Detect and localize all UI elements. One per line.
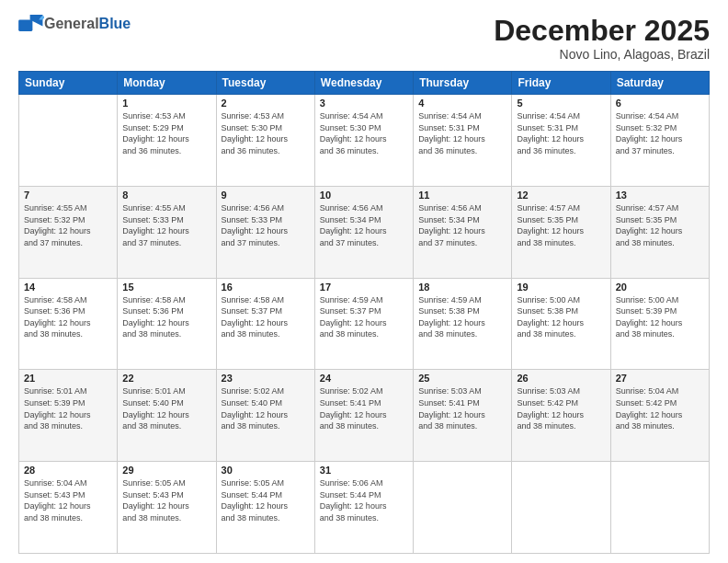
calendar-week-row: 14Sunrise: 4:58 AMSunset: 5:36 PMDayligh… bbox=[19, 278, 710, 370]
page-container: GeneralBlue December 2025 Novo Lino, Ala… bbox=[0, 0, 728, 563]
day-number: 18 bbox=[418, 282, 506, 293]
calendar-week-row: 1Sunrise: 4:53 AMSunset: 5:29 PMDaylight… bbox=[19, 95, 710, 187]
day-info: Sunrise: 4:54 AMSunset: 5:31 PMDaylight:… bbox=[517, 110, 605, 156]
day-info: Sunrise: 5:04 AMSunset: 5:42 PMDaylight:… bbox=[616, 385, 704, 431]
logo-general: General bbox=[44, 16, 99, 31]
day-number: 17 bbox=[320, 282, 408, 293]
day-info: Sunrise: 4:53 AMSunset: 5:30 PMDaylight:… bbox=[222, 110, 310, 156]
day-info: Sunrise: 5:05 AMSunset: 5:44 PMDaylight:… bbox=[222, 477, 310, 523]
day-number: 25 bbox=[418, 373, 506, 384]
logo: GeneralBlue bbox=[18, 15, 131, 33]
day-number: 16 bbox=[222, 282, 310, 293]
table-row: 17Sunrise: 4:59 AMSunset: 5:37 PMDayligh… bbox=[314, 278, 413, 370]
day-info: Sunrise: 5:00 AMSunset: 5:39 PMDaylight:… bbox=[616, 294, 704, 340]
table-row: 8Sunrise: 4:55 AMSunset: 5:33 PMDaylight… bbox=[118, 186, 216, 278]
day-info: Sunrise: 4:54 AMSunset: 5:31 PMDaylight:… bbox=[418, 110, 506, 156]
day-number: 29 bbox=[122, 465, 210, 476]
day-info: Sunrise: 5:06 AMSunset: 5:44 PMDaylight:… bbox=[320, 477, 408, 523]
day-number: 27 bbox=[616, 373, 704, 384]
day-number: 24 bbox=[320, 373, 408, 384]
table-row: 21Sunrise: 5:01 AMSunset: 5:39 PMDayligh… bbox=[19, 370, 118, 462]
table-row: 31Sunrise: 5:06 AMSunset: 5:44 PMDayligh… bbox=[314, 462, 413, 554]
day-number: 4 bbox=[418, 98, 506, 109]
table-row: 13Sunrise: 4:57 AMSunset: 5:35 PMDayligh… bbox=[610, 186, 709, 278]
col-thursday: Thursday bbox=[414, 72, 512, 95]
table-row: 2Sunrise: 4:53 AMSunset: 5:30 PMDaylight… bbox=[216, 95, 314, 187]
logo-blue: Blue bbox=[99, 16, 131, 31]
day-info: Sunrise: 4:53 AMSunset: 5:29 PMDaylight:… bbox=[122, 110, 210, 156]
day-info: Sunrise: 4:58 AMSunset: 5:36 PMDaylight:… bbox=[24, 294, 112, 340]
day-number: 31 bbox=[320, 465, 408, 476]
table-row: 11Sunrise: 4:56 AMSunset: 5:34 PMDayligh… bbox=[414, 186, 512, 278]
day-number: 6 bbox=[616, 98, 704, 109]
table-row: 6Sunrise: 4:54 AMSunset: 5:32 PMDaylight… bbox=[610, 95, 709, 187]
header: GeneralBlue December 2025 Novo Lino, Ala… bbox=[18, 15, 710, 62]
title-section: December 2025 Novo Lino, Alagoas, Brazil bbox=[494, 15, 710, 62]
day-info: Sunrise: 4:55 AMSunset: 5:33 PMDaylight:… bbox=[122, 202, 210, 248]
table-row: 25Sunrise: 5:03 AMSunset: 5:41 PMDayligh… bbox=[414, 370, 512, 462]
table-row bbox=[610, 462, 709, 554]
day-number: 20 bbox=[616, 282, 704, 293]
day-number: 23 bbox=[222, 373, 310, 384]
day-info: Sunrise: 5:04 AMSunset: 5:43 PMDaylight:… bbox=[24, 477, 112, 523]
day-number: 22 bbox=[122, 373, 210, 384]
day-info: Sunrise: 4:54 AMSunset: 5:32 PMDaylight:… bbox=[616, 110, 704, 156]
day-info: Sunrise: 5:05 AMSunset: 5:43 PMDaylight:… bbox=[122, 477, 210, 523]
table-row: 14Sunrise: 4:58 AMSunset: 5:36 PMDayligh… bbox=[19, 278, 118, 370]
table-row: 28Sunrise: 5:04 AMSunset: 5:43 PMDayligh… bbox=[19, 462, 118, 554]
calendar: Sunday Monday Tuesday Wednesday Thursday… bbox=[18, 71, 710, 554]
day-info: Sunrise: 4:59 AMSunset: 5:38 PMDaylight:… bbox=[418, 294, 506, 340]
table-row: 30Sunrise: 5:05 AMSunset: 5:44 PMDayligh… bbox=[216, 462, 314, 554]
table-row: 16Sunrise: 4:58 AMSunset: 5:37 PMDayligh… bbox=[216, 278, 314, 370]
table-row: 20Sunrise: 5:00 AMSunset: 5:39 PMDayligh… bbox=[610, 278, 709, 370]
day-number: 11 bbox=[418, 190, 506, 201]
col-wednesday: Wednesday bbox=[314, 72, 413, 95]
calendar-week-row: 7Sunrise: 4:55 AMSunset: 5:32 PMDaylight… bbox=[19, 186, 710, 278]
day-info: Sunrise: 4:58 AMSunset: 5:36 PMDaylight:… bbox=[122, 294, 210, 340]
day-info: Sunrise: 4:56 AMSunset: 5:34 PMDaylight:… bbox=[418, 202, 506, 248]
day-info: Sunrise: 5:01 AMSunset: 5:40 PMDaylight:… bbox=[122, 385, 210, 431]
day-number: 15 bbox=[122, 282, 210, 293]
table-row: 9Sunrise: 4:56 AMSunset: 5:33 PMDaylight… bbox=[216, 186, 314, 278]
day-number: 26 bbox=[517, 373, 605, 384]
table-row: 3Sunrise: 4:54 AMSunset: 5:30 PMDaylight… bbox=[314, 95, 413, 187]
day-info: Sunrise: 5:03 AMSunset: 5:42 PMDaylight:… bbox=[517, 385, 605, 431]
day-info: Sunrise: 4:54 AMSunset: 5:30 PMDaylight:… bbox=[320, 110, 408, 156]
day-number: 3 bbox=[320, 98, 408, 109]
day-number: 30 bbox=[222, 465, 310, 476]
col-saturday: Saturday bbox=[610, 72, 709, 95]
table-row: 23Sunrise: 5:02 AMSunset: 5:40 PMDayligh… bbox=[216, 370, 314, 462]
table-row bbox=[414, 462, 512, 554]
day-number: 9 bbox=[222, 190, 310, 201]
day-info: Sunrise: 5:00 AMSunset: 5:38 PMDaylight:… bbox=[517, 294, 605, 340]
calendar-header-row: Sunday Monday Tuesday Wednesday Thursday… bbox=[19, 72, 710, 95]
day-number: 7 bbox=[24, 190, 112, 201]
day-number: 14 bbox=[24, 282, 112, 293]
day-info: Sunrise: 4:58 AMSunset: 5:37 PMDaylight:… bbox=[222, 294, 310, 340]
table-row: 12Sunrise: 4:57 AMSunset: 5:35 PMDayligh… bbox=[512, 186, 610, 278]
logo-icon bbox=[18, 15, 44, 31]
day-number: 1 bbox=[122, 98, 210, 109]
day-number: 5 bbox=[517, 98, 605, 109]
day-number: 10 bbox=[320, 190, 408, 201]
day-number: 2 bbox=[222, 98, 310, 109]
day-info: Sunrise: 5:03 AMSunset: 5:41 PMDaylight:… bbox=[418, 385, 506, 431]
day-info: Sunrise: 5:02 AMSunset: 5:41 PMDaylight:… bbox=[320, 385, 408, 431]
table-row: 24Sunrise: 5:02 AMSunset: 5:41 PMDayligh… bbox=[314, 370, 413, 462]
table-row: 1Sunrise: 4:53 AMSunset: 5:29 PMDaylight… bbox=[118, 95, 216, 187]
calendar-week-row: 21Sunrise: 5:01 AMSunset: 5:39 PMDayligh… bbox=[19, 370, 710, 462]
calendar-week-row: 28Sunrise: 5:04 AMSunset: 5:43 PMDayligh… bbox=[19, 462, 710, 554]
day-info: Sunrise: 5:02 AMSunset: 5:40 PMDaylight:… bbox=[222, 385, 310, 431]
col-tuesday: Tuesday bbox=[216, 72, 314, 95]
day-info: Sunrise: 4:57 AMSunset: 5:35 PMDaylight:… bbox=[616, 202, 704, 248]
svg-rect-0 bbox=[18, 20, 32, 31]
day-number: 13 bbox=[616, 190, 704, 201]
col-sunday: Sunday bbox=[19, 72, 118, 95]
table-row: 22Sunrise: 5:01 AMSunset: 5:40 PMDayligh… bbox=[118, 370, 216, 462]
month-title: December 2025 bbox=[494, 15, 710, 47]
day-info: Sunrise: 4:57 AMSunset: 5:35 PMDaylight:… bbox=[517, 202, 605, 248]
table-row: 18Sunrise: 4:59 AMSunset: 5:38 PMDayligh… bbox=[414, 278, 512, 370]
table-row: 5Sunrise: 4:54 AMSunset: 5:31 PMDaylight… bbox=[512, 95, 610, 187]
table-row: 19Sunrise: 5:00 AMSunset: 5:38 PMDayligh… bbox=[512, 278, 610, 370]
day-number: 8 bbox=[122, 190, 210, 201]
